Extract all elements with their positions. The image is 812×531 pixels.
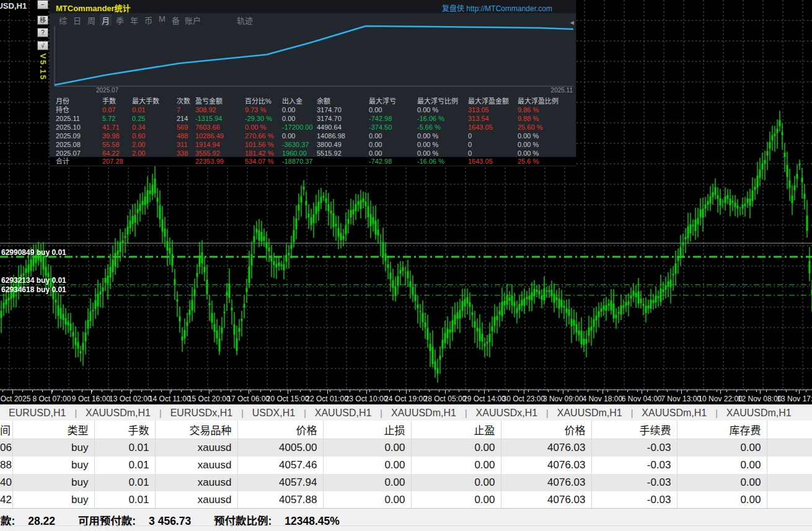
mt-terminal-window: XAUUSD,H1 62990849 buy 0.0162932134 buy … — [0, 0, 812, 531]
order-row-1[interactable]: 06buy0.01xauusd4005.000.000.004076.03-0.… — [0, 439, 812, 457]
chart-tab-bar: EURUSD,H1|XAUUSDm,H1|EURUSDx,H1|USDX,H1|… — [0, 404, 812, 421]
chart-tab-eurusd-h1[interactable]: EURUSD,H1 — [0, 408, 74, 419]
stats-header-row: 月份手数最大手数次数盈亏金额百分比%出入金余额最大浮亏最大浮亏比例最大浮盈金额最… — [50, 97, 576, 105]
order-row-2[interactable]: 88buy0.01xauusd4057.460.000.004076.03-0.… — [0, 457, 812, 474]
equity-curve-canvas — [50, 25, 576, 93]
panel-title: MTCommander统计 — [56, 2, 131, 14]
time-label: 9 Oct 16:00 — [72, 395, 110, 403]
chart-tab-usdx-h1[interactable]: USDX,H1 — [244, 408, 304, 419]
orders-col-header[interactable]: 价格 — [501, 421, 591, 439]
stats-row-2025.08: 2025.0855.582.003111914.94101.56 %-3630.… — [50, 140, 576, 149]
order-line-label-2[interactable]: 62932134 buy 0.01 — [1, 276, 66, 285]
chart-tab-xauusdm-h1[interactable]: XAUUSDm,H1 — [633, 408, 715, 419]
time-label: 24 Oct 19:00 — [384, 395, 427, 403]
menu-item-M[interactable]: M — [159, 14, 165, 24]
orders-col-header[interactable]: 手续费 — [591, 421, 677, 439]
stats-row-2025.11: 2025.115.720.25214-1315.94-29.30 %0.0031… — [50, 114, 576, 123]
status-bar: 预付款: 28.22 可用预付款: 3 456.73 预付款比例: 12348.… — [0, 508, 812, 531]
orders-col-header[interactable]: 价格 — [237, 421, 323, 439]
orders-col-header[interactable] — [767, 421, 812, 439]
chart-tab-xauusdm-h1[interactable]: XAUUSDm,H1 — [382, 408, 465, 419]
orders-col-header[interactable]: 止损 — [323, 421, 411, 439]
order-row-4[interactable]: 42buy0.01xauusd4057.880.000.004076.03-0.… — [0, 491, 812, 509]
stats-row-持仓: 持仓0.070.017308.929.73 %0.003174.700.000.… — [50, 105, 576, 114]
ea-version-label: V5.15 — [38, 53, 48, 81]
time-label: 8 Oct 07:00 — [32, 395, 71, 403]
time-label: 6 Nov 04:00 — [622, 395, 662, 403]
panel-move-button[interactable]: 移 — [37, 16, 48, 25]
time-label: 10 Nov 22:00 — [698, 395, 742, 403]
panel-menu: 综日周月季年币M备账户轨迹 — [50, 13, 576, 25]
mtcommander-panel: MTCommander统计 复盘侠 http://MTCommander.com… — [50, 0, 576, 166]
time-label: 14 Oct 11:00 — [149, 395, 191, 403]
time-label: 7 Nov 13:00 — [661, 395, 701, 403]
stats-total-row: 合计207.2822353.99534.07 %-18870.37-742.98… — [50, 157, 576, 166]
time-label: 15 Oct 20:00 — [188, 395, 231, 403]
orders-col-header[interactable]: 间 — [0, 421, 12, 439]
time-label: 20 Oct 15:00 — [267, 395, 309, 403]
orders-col-header[interactable]: 交易品种 — [155, 421, 237, 439]
chart-tab-xauusdm-h1[interactable]: XAUUSDm,H1 — [718, 408, 800, 419]
time-label: 13 Oct 02:00 — [109, 395, 152, 403]
time-label: 4 Nov 18:00 — [582, 395, 622, 403]
stats-table: 月份手数最大手数次数盈亏金额百分比%出入金余额最大浮亏最大浮亏比例最大浮盈金额最… — [50, 93, 576, 166]
time-label: 29 Oct 14:00 — [463, 395, 506, 403]
time-label: 30 Oct 23:00 — [502, 395, 545, 403]
status-groove — [0, 525, 812, 526]
panel-check-button[interactable]: √ — [37, 41, 48, 50]
order-line-label-3[interactable]: 62934618 buy 0.01 — [1, 285, 66, 294]
time-label: 23 Oct 10:00 — [345, 395, 388, 403]
orders-col-header[interactable]: 库存费 — [677, 421, 767, 439]
time-label: 28 Oct 05:00 — [424, 395, 467, 403]
terminal-orders-panel: 间类型手数交易品种价格止损止盈价格手续费库存费06buy0.01xauusd40… — [0, 421, 812, 509]
panel-titlebar[interactable]: MTCommander统计 复盘侠 http://MTCommander.com — [50, 0, 576, 13]
chart-tab-eurusdx-h1[interactable]: EURUSDx,H1 — [162, 408, 241, 419]
chart-tab-xauusdx-h1[interactable]: XAUUSDx,H1 — [467, 408, 547, 419]
orders-col-header[interactable]: 手数 — [94, 421, 155, 439]
order-line-label-1[interactable]: 62990849 buy 0.01 — [1, 248, 66, 257]
equity-chart: 2025.07 2025.11 — [50, 25, 576, 93]
stats-row-2025.07: 2025.0764.222.003383555.92181.42 %1960.0… — [50, 149, 576, 158]
time-label: 3 Nov 09:00 — [543, 395, 583, 403]
order-row-3[interactable]: 40buy0.01xauusd4057.940.000.004076.03-0.… — [0, 474, 812, 491]
panel-help-button[interactable]: ? — [37, 28, 48, 37]
time-label: 12 Nov 08:00 — [738, 395, 782, 403]
time-label: 22 Oct 01:00 — [306, 395, 348, 403]
chart-tab-xauusdm-h1[interactable]: XAUUSDm,H1 — [77, 408, 159, 419]
time-label: 13 Nov 17:00 — [777, 395, 812, 403]
time-label: 17 Oct 06:00 — [227, 395, 270, 403]
panel-minimize-button[interactable]: − — [37, 0, 48, 9]
panel-website-link[interactable]: 复盘侠 http://MTCommander.com — [442, 2, 552, 13]
orders-table: 间类型手数交易品种价格止损止盈价格手续费库存费06buy0.01xauusd40… — [0, 421, 812, 509]
time-axis[interactable]: 7 Oct 20258 Oct 07:009 Oct 16:0013 Oct 0… — [0, 390, 812, 405]
panel-collapse-arrow[interactable]: ◀ — [570, 20, 574, 25]
orders-col-header[interactable]: 止盈 — [411, 421, 501, 439]
orders-col-header[interactable]: 类型 — [12, 421, 94, 439]
stats-row-2025.10: 2025.1041.710.345697603.660.00 %-17200.0… — [50, 123, 576, 132]
chart-tab-xauusd-h1[interactable]: XAUUSD,H1 — [306, 408, 381, 419]
time-label: 7 Oct 2025 — [0, 395, 30, 403]
stats-row-2025.09: 2025.0939.980.6048810286.49270.66 %0.001… — [50, 132, 576, 140]
chart-symbol-label: XAUUSD,H1 — [0, 1, 27, 11]
chart-tab-xauusdm-h1[interactable]: XAUUSDm,H1 — [549, 408, 631, 419]
